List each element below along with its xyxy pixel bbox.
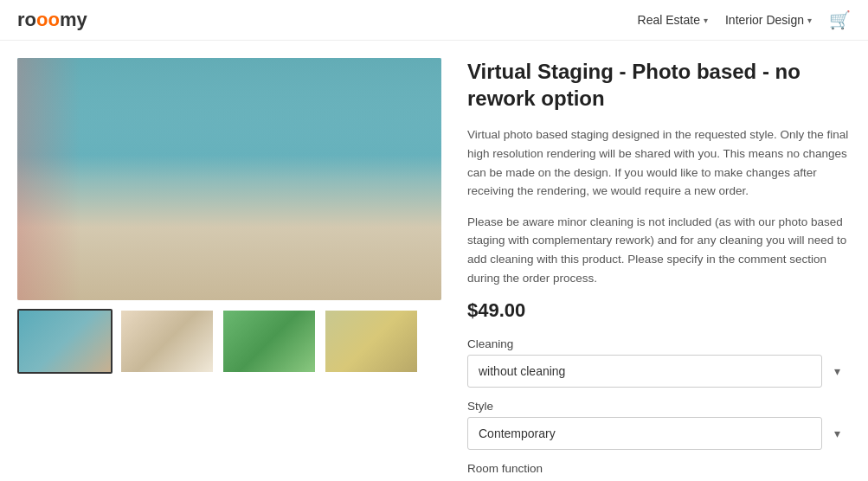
nav-real-estate-label: Real Estate bbox=[638, 13, 700, 27]
product-title: Virtual Staging - Photo based - no rewor… bbox=[467, 58, 851, 112]
product-description-2: Please be aware minor cleaning is not in… bbox=[467, 213, 851, 287]
cleaning-field-group: Cleaning without cleaning with cleaning bbox=[467, 337, 851, 388]
navigation: Real Estate ▾ Interior Design ▾ 🛒 bbox=[638, 10, 851, 30]
main-content: Virtual Staging - Photo based - no rewor… bbox=[0, 41, 868, 481]
real-estate-chevron-icon: ▾ bbox=[704, 16, 708, 25]
nav-interior-design[interactable]: Interior Design ▾ bbox=[725, 13, 812, 27]
product-description-1: Virtual photo based staging designed in … bbox=[467, 125, 851, 200]
images-section bbox=[17, 58, 441, 475]
room-function-label: Room function bbox=[467, 462, 851, 475]
thumbnail-3[interactable] bbox=[222, 309, 317, 374]
style-select-wrapper: Contemporary Modern Scandinavian Industr… bbox=[467, 417, 851, 450]
cleaning-select-wrapper: without cleaning with cleaning bbox=[467, 355, 851, 388]
thumbnail-2[interactable] bbox=[119, 309, 215, 374]
header: rooomy Real Estate ▾ Interior Design ▾ 🛒 bbox=[0, 0, 868, 41]
thumbnail-4[interactable] bbox=[324, 309, 419, 374]
style-field-group: Style Contemporary Modern Scandinavian I… bbox=[467, 400, 851, 450]
cart-button[interactable]: 🛒 bbox=[829, 10, 851, 30]
style-label: Style bbox=[467, 400, 851, 413]
cleaning-select[interactable]: without cleaning with cleaning bbox=[467, 355, 822, 388]
nav-interior-design-label: Interior Design bbox=[725, 13, 804, 27]
thumbnail-1[interactable] bbox=[17, 309, 113, 374]
logo[interactable]: rooomy bbox=[17, 9, 87, 31]
cleaning-label: Cleaning bbox=[467, 337, 851, 350]
product-info: Virtual Staging - Photo based - no rewor… bbox=[467, 58, 851, 475]
style-select[interactable]: Contemporary Modern Scandinavian Industr… bbox=[467, 417, 822, 450]
product-price: $49.00 bbox=[467, 299, 851, 322]
interior-design-chevron-icon: ▾ bbox=[807, 16, 812, 25]
thumbnail-gallery bbox=[17, 309, 441, 374]
main-product-image bbox=[17, 58, 441, 300]
nav-real-estate[interactable]: Real Estate ▾ bbox=[638, 13, 708, 27]
